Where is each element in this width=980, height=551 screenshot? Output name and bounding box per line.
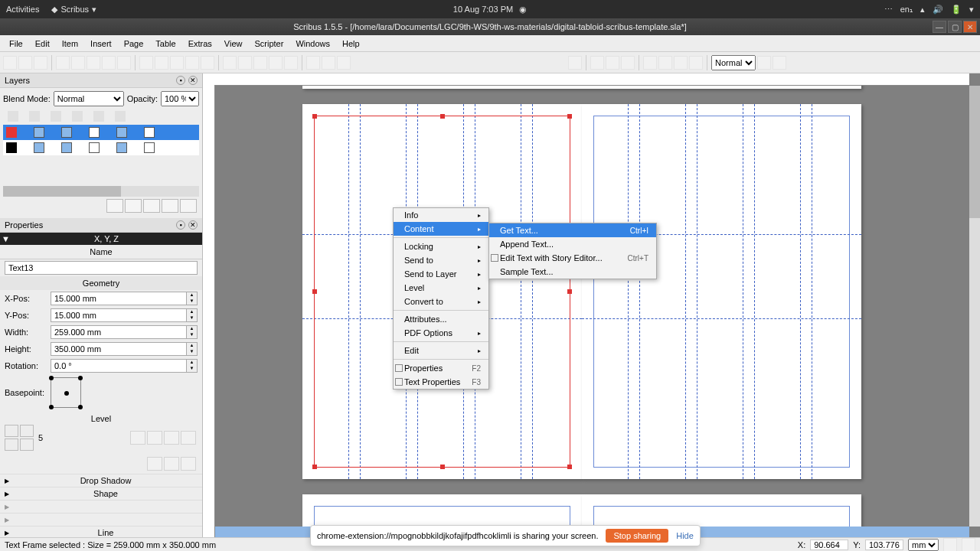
ctx-properties[interactable]: PropertiesF2 [394,361,488,375]
layer-hscroll[interactable] [3,186,199,197]
activities-button[interactable]: Activities [6,5,39,15]
tool-save-icon[interactable] [34,56,47,70]
ctx-append-text[interactable]: Append Text... [489,237,656,251]
group-button[interactable] [130,431,145,445]
lock-button[interactable] [147,457,162,471]
ungroup-button[interactable] [147,431,162,445]
tool-zoom-icon[interactable] [238,56,252,70]
ctx-get-text[interactable]: Get Text...Ctrl+I [489,223,656,237]
menu-help[interactable]: Help [336,37,366,50]
menu-item[interactable]: Item [56,37,84,50]
tool-pdf2-icon[interactable] [590,56,604,70]
layer-outline-checkbox[interactable] [144,142,155,153]
app-menu[interactable]: ◆ Scribus ▾ [51,5,96,15]
layers-shade-icon[interactable]: ▪ [176,76,185,85]
tool-preview-icon[interactable] [773,56,786,70]
basepoint-widget[interactable] [51,377,81,408]
menu-table[interactable]: Table [149,37,181,50]
ctx-locking[interactable]: Locking▸ [394,240,488,253]
tray-dots-icon[interactable]: ⋯ [884,5,893,15]
menu-edit[interactable]: Edit [29,37,56,50]
drop-shadow-section[interactable]: ▶Drop Shadow [0,474,202,487]
line-section[interactable]: ▶Line [0,526,202,537]
tool-unlink-icon[interactable] [284,56,298,70]
level-up-button[interactable] [20,425,34,437]
level-bottom-button[interactable] [20,439,34,451]
ctx-info[interactable]: Info▸ [394,208,488,222]
level-top-button[interactable] [5,425,18,437]
xyz-section-header[interactable]: ▼X, Y, Z [0,233,202,245]
network-icon[interactable]: ▴ [920,5,925,15]
menu-view[interactable]: View [218,37,249,50]
tool-table-icon[interactable] [117,56,131,70]
menu-file[interactable]: File [3,37,29,50]
layers-close-icon[interactable]: ✕ [188,76,198,85]
properties-close-icon[interactable]: ✕ [188,220,198,230]
ctx-text-properties[interactable]: Text PropertiesF3 [394,375,488,389]
flipv-button[interactable] [181,431,196,445]
menu-insert[interactable]: Insert [84,37,118,50]
lang-indicator[interactable]: en₁ [900,5,913,15]
menu-scripter[interactable]: Scripter [248,37,289,50]
tool-pdf1-icon[interactable] [568,56,582,70]
blend-mode-select[interactable]: Normal [54,91,124,106]
ypos-field[interactable] [51,309,186,321]
tool-new-icon[interactable] [3,56,17,70]
layer-outline-checkbox[interactable] [144,127,155,138]
shape-section[interactable]: ▶Shape [0,487,202,500]
hide-share-button[interactable]: Hide [676,531,694,540]
tool-shape-icon[interactable] [139,56,153,70]
tool-pdf3-icon[interactable] [606,56,619,70]
name-field[interactable] [5,261,198,275]
level-down-button[interactable] [5,439,18,451]
tool-imageframe-icon[interactable] [87,56,100,70]
tool-pdf5-icon[interactable] [643,56,657,70]
layer-add-button[interactable] [106,199,123,213]
tool-pdf6-icon[interactable] [658,56,672,70]
status-btn-1[interactable] [943,538,957,552]
system-menu-icon[interactable]: ▾ [969,5,974,15]
layer-down-button[interactable] [180,199,197,213]
battery-icon[interactable]: 🔋 [951,5,962,15]
layer-visible-checkbox[interactable] [34,142,44,153]
tool-copy-icon[interactable] [322,56,335,70]
stop-sharing-button[interactable]: Stop sharing [606,529,668,543]
xpos-field[interactable] [51,292,186,305]
ctx-convert-to[interactable]: Convert to▸ [394,295,488,308]
ctx-attributes[interactable]: Attributes... [394,312,488,326]
tool-pdf4-icon[interactable] [621,56,635,70]
menu-extras[interactable]: Extras [182,37,218,50]
width-field[interactable] [51,326,186,338]
layer-up-button[interactable] [162,199,178,213]
height-field[interactable] [51,343,186,355]
menu-page[interactable]: Page [118,37,150,50]
layer-print-checkbox[interactable] [61,142,72,153]
layer-flow-checkbox[interactable] [116,142,127,153]
ctx-content[interactable]: Content▸ [394,222,488,236]
tool-rotate-icon[interactable] [223,56,237,70]
rotation-field[interactable] [51,360,186,372]
tool-polygon-icon[interactable] [155,56,168,70]
tool-pdf7-icon[interactable] [674,56,688,70]
tool-line-icon[interactable] [170,56,184,70]
canvas[interactable]: Info▸ Content▸ Locking▸ Send to▸ Send to… [203,73,980,537]
layer-visible-checkbox[interactable] [34,127,44,138]
layer-lock-checkbox[interactable] [89,127,100,138]
tool-select-icon[interactable] [56,56,70,70]
ctx-level[interactable]: Level▸ [394,281,488,295]
volume-icon[interactable]: 🔊 [933,5,943,15]
nosize-button[interactable] [164,457,179,471]
ctx-edit-story[interactable]: Edit Text with Story Editor...Ctrl+T [489,251,656,265]
clock[interactable]: 10 Aug 7:03 PM [453,5,513,14]
ctx-send-to[interactable]: Send to▸ [394,253,488,267]
maximize-button[interactable]: ▢ [948,21,962,33]
status-btn-2[interactable] [962,538,975,552]
tool-pdf8-icon[interactable] [689,56,703,70]
menu-windows[interactable]: Windows [289,37,336,50]
tool-freehand-icon[interactable] [201,56,214,70]
ctx-pdf-options[interactable]: PDF Options▸ [394,326,488,340]
ctx-sample-text[interactable]: Sample Text... [489,265,656,279]
minimize-button[interactable]: — [933,21,946,33]
layer-flow-checkbox[interactable] [116,127,127,138]
tool-measure-icon[interactable] [306,56,320,70]
